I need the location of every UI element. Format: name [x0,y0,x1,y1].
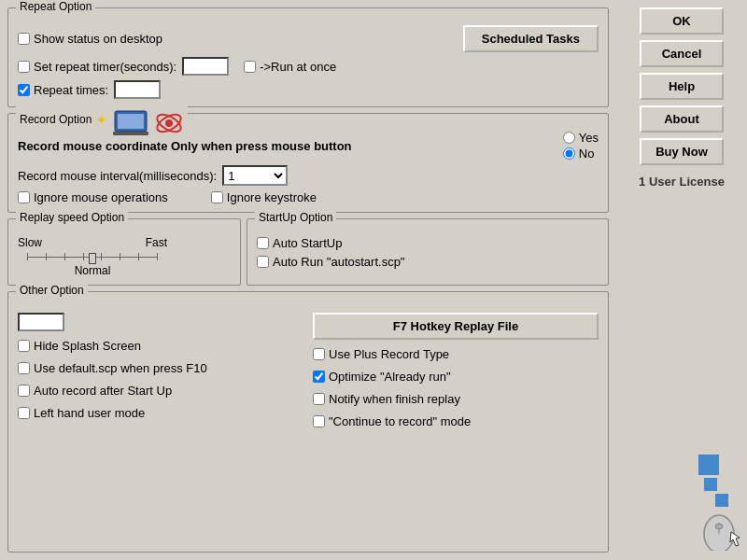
other-option-label: Other Option [16,284,88,297]
help-button[interactable]: Help [640,73,724,100]
ok-button[interactable]: OK [640,7,724,35]
auto-run-label[interactable]: Auto Run "autostart.scp" [257,255,404,269]
side-panel: OK Cancel Help About Buy Now 1 User Lice… [616,0,747,560]
laptop-icon [113,109,148,137]
interval-select[interactable]: 1 5 10 20 50 [222,165,288,186]
svg-rect-1 [118,114,144,129]
auto-run-checkbox[interactable] [257,256,269,268]
repeat-times-checkbox-label[interactable]: Repeat times: [18,83,108,97]
notify-checkbox[interactable] [313,393,325,405]
svg-point-8 [715,524,723,529]
left-hand-label[interactable]: Left hand user mode [18,406,145,420]
cancel-button[interactable]: Cancel [640,40,724,67]
blue-square-small-2 [715,494,728,507]
mouse-decor-icon [698,513,745,551]
set-timer-label: Set repeat timer(seconds): [34,60,176,74]
hide-splash-checkbox[interactable] [18,340,30,352]
slow-label: Slow [18,236,42,249]
optimize-label[interactable]: Optimize "Already run" [313,370,451,384]
timer-value-input[interactable]: 10 [182,57,229,76]
interval-label: Record mouse interval(milliseconds): [18,169,217,183]
scheduled-tasks-button[interactable]: Scheduled Tasks [463,25,599,52]
license-text: 1 User License [639,175,725,189]
ignore-keystroke-text: Ignore keystroke [227,190,317,204]
f7-hotkey-button[interactable]: F7 Hotkey Replay File [313,313,599,340]
orbit-icon [154,111,184,135]
repeat-times-label: Repeat times: [34,83,108,97]
blue-square-small-1 [704,478,717,491]
about-button[interactable]: About [640,105,724,133]
notify-label[interactable]: Notify when finish replay [313,392,460,406]
left-hand-checkbox[interactable] [18,407,30,419]
auto-startup-checkbox[interactable] [257,237,269,249]
show-status-checkbox[interactable] [18,33,30,45]
yes-radio[interactable] [563,132,575,144]
no-radio-label[interactable]: No [563,147,599,161]
auto-run-text: Auto Run "autostart.scp" [273,255,404,269]
ignore-keystroke-label[interactable]: Ignore keystroke [211,190,317,204]
record-description: Record mouse coordinate Only when press … [18,139,352,153]
blue-square-large [698,455,719,475]
replay-speed-label: Replay speed Option [16,211,128,224]
set-timer-checkbox-label[interactable]: Set repeat timer(seconds): [18,60,176,74]
no-radio[interactable] [563,147,575,160]
startup-option-label: StartUp Option [255,211,336,224]
ignore-mouse-text: Ignore mouse operations [34,190,168,204]
run-at-once-label[interactable]: ->Run at once [244,60,336,74]
use-plus-checkbox[interactable] [313,348,325,360]
use-default-checkbox[interactable] [18,362,30,374]
hide-splash-label[interactable]: Hide Splash Screen [18,339,141,353]
ignore-keystroke-checkbox[interactable] [211,191,223,203]
auto-record-label[interactable]: Auto record after Start Up [18,384,172,398]
set-timer-checkbox[interactable] [18,61,30,73]
buy-now-button[interactable]: Buy Now [640,138,724,165]
yes-label: Yes [579,131,599,145]
fast-label: Fast [146,236,167,249]
continue-label[interactable]: "Continue to record" mode [313,414,471,428]
run-at-once-text: ->Run at once [260,60,336,74]
repeat-times-checkbox[interactable] [18,84,30,96]
auto-startup-text: Auto StartUp [273,236,342,250]
record-option-label: Record Option ✦ [16,105,188,133]
continue-checkbox[interactable] [313,415,325,427]
no-label: No [579,147,595,161]
ignore-mouse-label[interactable]: Ignore mouse operations [18,190,168,204]
use-plus-label[interactable]: Use Plus Record Type [313,347,449,361]
star-icon: ✦ [95,111,107,129]
other-text-input[interactable] [18,313,64,331]
decorative-squares [698,455,745,551]
normal-label: Normal [75,264,111,277]
show-status-checkbox-label[interactable]: Show status on desktop [18,32,162,46]
replay-speed-slider[interactable] [27,251,158,262]
repeat-option-label: Repeat Option [16,0,95,13]
svg-point-5 [165,119,173,127]
auto-record-checkbox[interactable] [18,385,30,397]
use-default-label[interactable]: Use default.scp when press F10 [18,361,207,375]
optimize-checkbox[interactable] [313,371,325,383]
svg-rect-2 [113,132,148,135]
ignore-mouse-checkbox[interactable] [18,191,30,203]
repeat-times-input[interactable]: 1 [114,80,161,99]
run-at-once-checkbox[interactable] [244,61,256,73]
show-status-label: Show status on desktop [34,32,162,46]
yes-radio-label[interactable]: Yes [563,131,599,145]
auto-startup-label[interactable]: Auto StartUp [257,236,342,250]
